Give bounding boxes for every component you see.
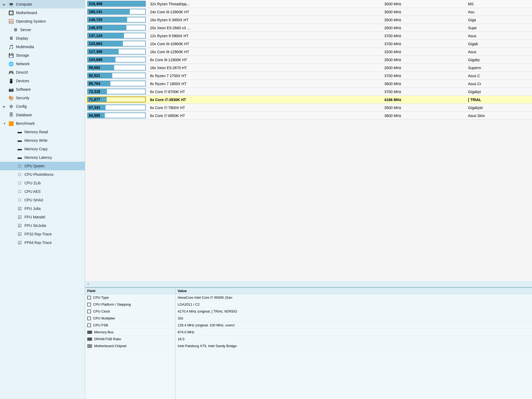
table-row[interactable]: 149,72516x Ryzen 9 3950X HT3500 MHzGiga (85, 16, 532, 24)
field-item[interactable]: Memory Bus (85, 329, 175, 336)
table-row[interactable]: 71,9776x Core i7-3930K HT4166 MHz[ TRIAL (85, 96, 532, 104)
score-bar-wrapper: 133,663 (87, 41, 146, 47)
sidebar-icon-display: 🖥 (9, 36, 14, 41)
sidebar-item-display[interactable]: 🖥Display (0, 34, 85, 43)
field-label: CPU Clock (93, 309, 110, 313)
sidebar-item-os[interactable]: 🪟Operating System (0, 17, 85, 26)
score-bar-wrapper: 85,764 (87, 81, 146, 86)
score-text: 137,124 (89, 33, 102, 38)
sidebar-item-fp64raytrace[interactable]: ☑FP64 Ray-Trace (0, 238, 85, 247)
score-bar-wrapper: 104,688 (87, 57, 146, 63)
cpu-brand: Asus (466, 32, 532, 40)
field-item[interactable]: DRAM:FSB Ratio (85, 336, 175, 343)
cpu-brand: Supe (466, 24, 532, 32)
cpu-desc: 6x Core i7-6850K HT (148, 112, 382, 120)
sidebar-label-memwrite: Memory Write (24, 138, 48, 143)
sidebar-label-fpusinjulia: FPU SinJulia (24, 223, 46, 228)
table-row[interactable]: 85,7648x Ryzen 7 1800X HT3600 MHzAsus Cr (85, 80, 532, 88)
cpu-freq: 3700 MHz (382, 40, 466, 48)
field-checkbox-icon (87, 317, 91, 320)
sidebar-label-cpuaes: CPU AES (24, 189, 41, 194)
table-row[interactable]: 64,8856x Core i7-6850K HT3600 MHzAsus St… (85, 112, 532, 120)
cpu-brand: Asus (466, 48, 532, 56)
sidebar-item-motherboard[interactable]: 🔲Motherboard (0, 9, 85, 17)
tree-arrow-computer: ▶ (3, 3, 6, 6)
value-item: 674.0 MHz (176, 329, 532, 336)
sidebar-item-devices[interactable]: 📱Devices (0, 77, 85, 85)
sidebar-item-cpuaes[interactable]: □CPU AES (0, 187, 85, 196)
score-bar-wrapper: 146,370 (87, 25, 146, 31)
sidebar-item-cpuphotow[interactable]: □CPU PhotoWorxx (0, 170, 85, 179)
sidebar-item-memlatency[interactable]: ▬Memory Latency (0, 153, 85, 162)
sidebar-item-fpusinjulia[interactable]: ☑FPU SinJulia (0, 221, 85, 230)
sidebar-item-network[interactable]: 🌐Network (0, 60, 85, 68)
sidebar-item-storage[interactable]: 💾Storage (0, 51, 85, 60)
table-row[interactable]: 160,14124x Core i9-13900K HT3000 MHzAsu (85, 8, 532, 16)
table-row[interactable]: 133,66310x Core i9-10900K HT3700 MHzGiga… (85, 40, 532, 48)
score-bar-wrapper: 64,885 (87, 113, 146, 118)
sidebar-item-memread[interactable]: ▬Memory Read (0, 128, 85, 136)
sidebar-icon-benchmark: 🟧 (9, 121, 14, 126)
scroll-left-icon[interactable]: < (87, 282, 89, 286)
score-text: 160,141 (89, 9, 102, 14)
field-label: CPU FSB (93, 323, 108, 327)
table-row[interactable]: 117,35616x Core i9-12900K HT3200 MHzAsus (85, 48, 532, 56)
field-item[interactable]: CPU Multiplier (85, 315, 175, 322)
cpu-freq: 3500 MHz (382, 104, 466, 112)
value-panel: Value HexaCore Intel Core i7-3930K (SanL… (176, 288, 532, 399)
sidebar-item-fpujulia[interactable]: ☑FPU Julia (0, 204, 85, 213)
sidebar-item-multimedia[interactable]: 🎵Multimedia (0, 43, 85, 51)
cpu-freq: 4166 MHz (382, 96, 466, 104)
sidebar-item-cpuqueen[interactable]: □CPU Queen (0, 162, 85, 170)
score-bar-wrapper: 160,141 (87, 9, 146, 15)
sidebar-item-cpuzlib[interactable]: □CPU ZLib (0, 179, 85, 187)
sidebar-label-motherboard: Motherboard (16, 11, 37, 15)
cpu-brand: Giga (466, 16, 532, 24)
table-row[interactable]: 218,40832x Ryzen Threadripp...3000 MHzMS (85, 0, 532, 8)
sidebar-item-fpumandel[interactable]: ☑FPU Mandel (0, 213, 85, 221)
sidebar-label-memcopy: Memory Copy (24, 147, 48, 151)
field-label: Motherboard Chipset (94, 344, 126, 348)
sidebar-item-directx[interactable]: 🎮DirectX (0, 68, 85, 77)
sidebar-item-fp32raytrace[interactable]: ☑FP32 Ray-Trace (0, 230, 85, 238)
sidebar-item-memwrite[interactable]: ▬Memory Write (0, 136, 85, 145)
sidebar-item-software[interactable]: 📷Software (0, 85, 85, 94)
value-item: 33x (176, 315, 532, 322)
sidebar-icon-os: 🪟 (9, 19, 14, 24)
field-item[interactable]: CPU Clock (85, 308, 175, 315)
sidebar-item-computer[interactable]: ▶💻Computer (0, 0, 85, 9)
sidebar-item-database[interactable]: 🗄Database (0, 111, 85, 119)
field-label: CPU Type (93, 296, 109, 300)
sidebar-item-cpusha3[interactable]: □CPU SHA3 (0, 196, 85, 204)
table-row[interactable]: 72,3186x Core i7-8700K HT3700 MHzGigabyt (85, 88, 532, 96)
sidebar-item-security[interactable]: 🎨Security (0, 94, 85, 102)
score-text: 133,663 (89, 41, 102, 46)
sidebar-label-fpujulia: FPU Julia (24, 206, 41, 211)
table-row[interactable]: 146,37020x Xeon E5-2660 v3 ...2600 MHzSu… (85, 24, 532, 32)
table-row[interactable]: 67,3416x Core i7-7800X HT3500 MHzGigabyt… (85, 104, 532, 112)
main-content: 218,40832x Ryzen Threadripp...3000 MHzMS… (85, 0, 532, 399)
score-text: 218,408 (89, 1, 102, 6)
sidebar-label-fp32raytrace: FP32 Ray-Trace (24, 232, 52, 236)
sidebar-item-server[interactable]: 🖥Server (0, 26, 85, 34)
field-item[interactable]: CPU Platform / Stepping (85, 301, 175, 308)
value-item: 126.4 MHz (original: 100 MHz; overcl (176, 322, 532, 329)
cpu-brand: Gigaby (466, 56, 532, 64)
score-text: 71,977 (89, 97, 100, 102)
table-row[interactable]: 92,5218x Ryzen 7 2700X HT3700 MHzAsus C (85, 72, 532, 80)
field-item[interactable]: Motherboard Chipset (85, 343, 175, 350)
table-row[interactable]: 104,6888x Core i9-11900K HT3500 MHzGigab… (85, 56, 532, 64)
cpu-freq: 3700 MHz (382, 72, 466, 80)
table-row[interactable]: 99,68216x Xeon E5-2670 HT2600 MHzSuperm (85, 64, 532, 72)
field-item[interactable]: CPU FSB (85, 322, 175, 329)
table-row[interactable]: 137,12412x Ryzen 9 5900X HT3700 MHzAsus (85, 32, 532, 40)
field-item[interactable]: CPU Type (85, 294, 175, 301)
sidebar-icon-cpusha3: □ (17, 197, 22, 203)
score-bar-wrapper: 99,682 (87, 65, 146, 70)
scroll-indicator[interactable]: < (85, 281, 532, 287)
cpu-desc: 8x Ryzen 7 1800X HT (148, 80, 382, 88)
score-bar-wrapper: 149,725 (87, 17, 146, 23)
sidebar-item-memcopy[interactable]: ▬Memory Copy (0, 145, 85, 153)
sidebar-item-benchmark[interactable]: ▼🟧Benchmark (0, 119, 85, 128)
sidebar-item-config[interactable]: ▶⚙Config (0, 102, 85, 111)
